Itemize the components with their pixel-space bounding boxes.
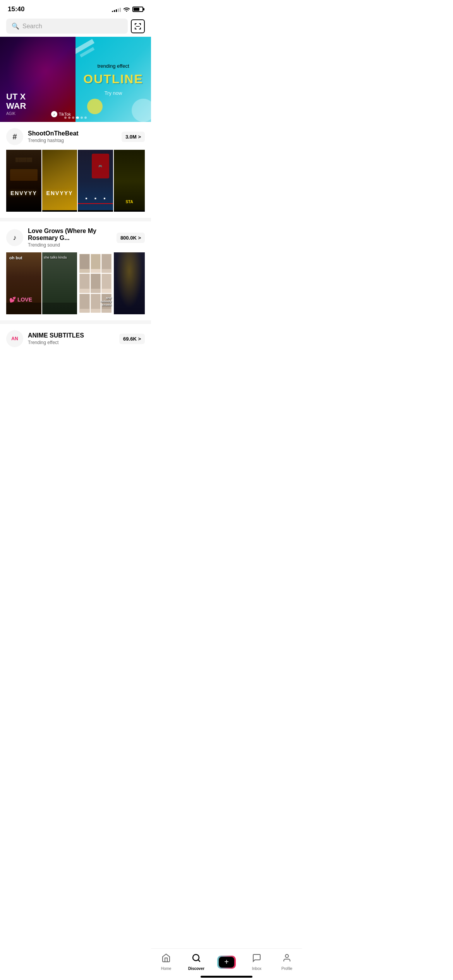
hashtag-video-3[interactable]: 🎮 ■ ■ ■	[78, 150, 113, 212]
nobody-knows-text: andnobodyknows	[100, 296, 112, 307]
status-icons	[112, 6, 143, 13]
svg-rect-5	[135, 27, 136, 29]
sound-video-1[interactable]: oh but 💕 LOVE	[6, 252, 41, 314]
svg-rect-8	[136, 26, 140, 27]
svg-rect-7	[140, 27, 141, 29]
trending-effect-count[interactable]: 69.6K >	[119, 334, 145, 344]
carousel-dots	[64, 117, 87, 119]
hashtag-video-4[interactable]: STA	[114, 150, 145, 212]
trending-sound-type: Trending sound	[28, 242, 117, 248]
trending-effect-info: AN ANIME SUBTITLES Trending effect	[6, 330, 84, 347]
trending-effect-meta: ANIME SUBTITLES Trending effect	[28, 332, 84, 345]
trending-hashtag-count[interactable]: 3.0M >	[122, 132, 145, 142]
banner-try-now[interactable]: Try now	[105, 90, 122, 96]
status-time: 15:40	[8, 5, 24, 13]
trending-effect-name: ANIME SUBTITLES	[28, 332, 84, 339]
sound-video-3[interactable]: andnobodyknows	[78, 252, 113, 314]
hashtag-video-1[interactable]: ░░░░░░ ENVYYY	[6, 150, 41, 212]
trending-sound-section: ♪ Love Grows (Where My Rosemary G... Tre…	[0, 221, 151, 321]
hashtag-video-2[interactable]: ENVYYY	[42, 150, 77, 212]
wifi-icon	[123, 6, 130, 13]
trending-hashtag-type: Trending hashtag	[28, 138, 79, 143]
trending-hashtag-meta: ShootOnTheBeat Trending hashtag	[28, 130, 79, 143]
search-container: 🔍 Search	[0, 15, 151, 37]
section-divider-2	[0, 321, 151, 324]
banner-right-title: OUTLINE	[83, 72, 143, 86]
trending-effect-header: AN ANIME SUBTITLES Trending effect 69.6K…	[6, 330, 145, 347]
svg-rect-3	[140, 23, 141, 25]
search-placeholder: Search	[22, 23, 42, 30]
hashtag-video-1-label: ENVYYY	[6, 190, 41, 196]
banner-left[interactable]: UT XWAR AGIK ♪ TikTok	[0, 37, 76, 122]
trending-sound-meta: Love Grows (Where My Rosemary G... Trend…	[28, 228, 117, 248]
trending-effect-section: AN ANIME SUBTITLES Trending effect 69.6K…	[0, 324, 151, 355]
sound-video-4[interactable]	[114, 252, 145, 314]
sound-video-grid: oh but 💕 LOVE she talks kinda	[6, 252, 145, 314]
music-icon: ♪	[6, 229, 23, 246]
banner-right-label: trending effect	[97, 63, 129, 69]
trending-sound-name: Love Grows (Where My Rosemary G...	[28, 228, 117, 242]
search-icon: 🔍	[12, 22, 19, 30]
trending-sound-header: ♪ Love Grows (Where My Rosemary G... Tre…	[6, 228, 145, 248]
sound-video-2[interactable]: she talks kinda	[42, 252, 77, 314]
banner-left-title: UT XWAR	[6, 92, 69, 111]
section-divider-1	[0, 218, 151, 221]
hashtag-video-2-label: ENVYYY	[42, 190, 77, 196]
signal-icon	[112, 7, 121, 12]
trending-sound-count[interactable]: 800.0K >	[117, 233, 145, 243]
search-bar[interactable]: 🔍 Search	[6, 19, 128, 34]
hashtag-icon: #	[6, 128, 23, 145]
status-bar: 15:40	[0, 0, 151, 15]
hashtag-video-grid: ░░░░░░ ENVYYY ENVYYY 🎮 ■ ■ ■	[6, 150, 145, 212]
svg-rect-1	[135, 23, 136, 25]
banner-carousel[interactable]: UT XWAR AGIK ♪ TikTok trending effect OU…	[0, 37, 151, 122]
trending-sound-info: ♪ Love Grows (Where My Rosemary G... Tre…	[6, 228, 117, 248]
trending-hashtag-section: # ShootOnTheBeat Trending hashtag 3.0M >…	[0, 122, 151, 218]
trending-hashtag-info: # ShootOnTheBeat Trending hashtag	[6, 128, 79, 145]
banner-right[interactable]: trending effect OUTLINE Try now	[76, 37, 151, 122]
scan-button[interactable]	[131, 19, 145, 33]
trending-hashtag-header: # ShootOnTheBeat Trending hashtag 3.0M >	[6, 128, 145, 145]
battery-icon	[132, 7, 143, 12]
trending-hashtag-name: ShootOnTheBeat	[28, 130, 79, 137]
trending-effect-type: Trending effect	[28, 340, 84, 345]
anime-icon: AN	[6, 330, 23, 347]
